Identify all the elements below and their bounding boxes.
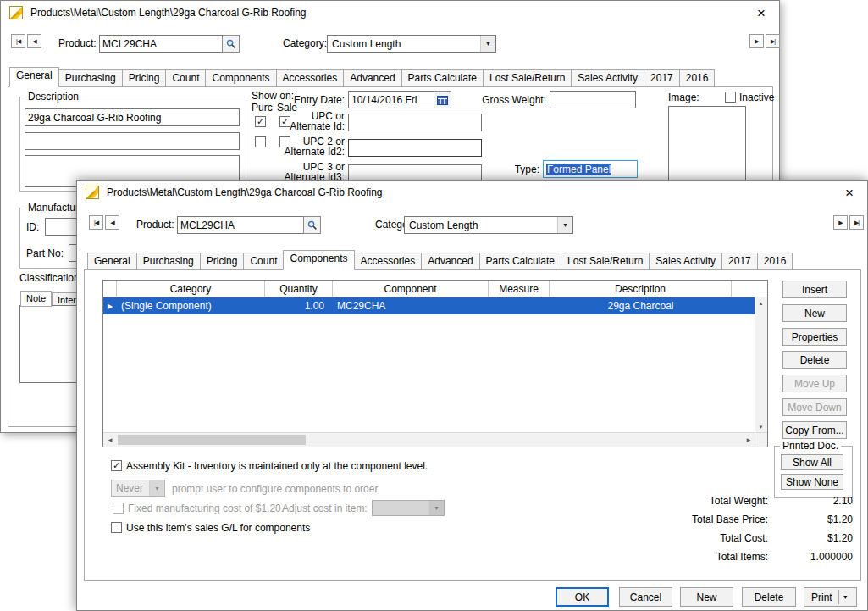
show-on-purc-label: Purc	[252, 102, 273, 114]
fixed-cost-checkbox[interactable]	[113, 503, 124, 514]
show-all-button[interactable]: Show All	[781, 454, 843, 470]
upc1-label: UPC or Alternate Id:	[280, 111, 345, 131]
scroll-up-icon[interactable]: ▲	[755, 297, 766, 309]
tab-pricing[interactable]: Pricing	[122, 69, 167, 87]
entry-date-input[interactable]	[348, 91, 434, 108]
product-search-button[interactable]	[222, 35, 240, 53]
print-split-divider	[838, 590, 839, 604]
product-search-button[interactable]	[303, 216, 321, 234]
tab-parts-calculate[interactable]: Parts Calculate	[479, 253, 561, 270]
nav-next-button[interactable]: ▶	[833, 215, 848, 230]
total-items-label: Total Items:	[636, 551, 768, 563]
tab-sales-activity[interactable]: Sales Activity	[649, 253, 722, 270]
type-input[interactable]: Formed Panel	[543, 160, 638, 178]
gross-weight-input[interactable]	[550, 91, 636, 108]
tab-pricing[interactable]: Pricing	[200, 253, 245, 270]
tab-2016[interactable]: 2016	[757, 253, 793, 270]
tab-parts-calculate[interactable]: Parts Calculate	[401, 69, 484, 87]
tab-2017[interactable]: 2017	[721, 253, 758, 270]
tab-purchasing[interactable]: Purchasing	[136, 253, 201, 270]
titlebar[interactable]: Products\Metal\Custom Length\29ga Charco…	[1, 1, 779, 25]
close-icon[interactable]: ×	[838, 182, 860, 203]
copy-from-button[interactable]: Copy From...	[782, 421, 847, 439]
nav-last-button[interactable]: ▶|	[766, 34, 780, 48]
scrollbar-thumb[interactable]	[118, 435, 306, 445]
close-icon[interactable]: ×	[750, 3, 772, 23]
new-button[interactable]: New	[680, 587, 733, 607]
tab-advanced[interactable]: Advanced	[343, 69, 401, 87]
cell-measure	[489, 297, 550, 314]
show-none-button[interactable]: Show None	[781, 474, 843, 490]
grid-row-selected[interactable]: ▶ (Single Component) 1.00 MC29CHA 29ga C…	[103, 297, 755, 314]
new-component-button[interactable]: New	[782, 304, 847, 322]
grid-header-category[interactable]: Category	[117, 281, 265, 297]
tab-accessories[interactable]: Accessories	[276, 69, 345, 87]
grid-header-description[interactable]: Description	[550, 281, 732, 297]
titlebar[interactable]: Products\Metal\Custom Length\29ga Charco…	[77, 181, 867, 204]
product-input[interactable]	[99, 35, 223, 53]
scroll-right-icon[interactable]: ▶	[742, 433, 755, 446]
description-line2-input[interactable]	[25, 132, 240, 150]
tab-lost-sale-return[interactable]: Lost Sale/Return	[483, 69, 572, 87]
grid-header-component[interactable]: Component	[333, 281, 489, 297]
tab-count[interactable]: Count	[165, 69, 206, 87]
tab-2017[interactable]: 2017	[644, 69, 680, 87]
product-input[interactable]	[177, 216, 304, 234]
move-up-button[interactable]: Move Up	[782, 375, 847, 392]
product-label: Product:	[58, 37, 97, 49]
insert-button[interactable]: Insert	[782, 281, 847, 298]
scroll-down-icon[interactable]: ▼	[755, 421, 766, 433]
chevron-down-icon: ▼	[557, 217, 572, 233]
nav-prev-button[interactable]: ◀	[27, 34, 41, 48]
tab-lost-sale-return[interactable]: Lost Sale/Return	[561, 253, 650, 270]
tab-sales-activity[interactable]: Sales Activity	[571, 69, 644, 87]
description-line1-input[interactable]	[25, 108, 240, 126]
move-down-button[interactable]: Move Down	[782, 398, 847, 416]
grid-vertical-scrollbar[interactable]: ▲ ▼	[755, 297, 767, 433]
delete-component-button[interactable]: Delete	[782, 351, 847, 369]
grid-header-quantity[interactable]: Quantity	[265, 281, 333, 297]
image-label: Image:	[668, 92, 699, 103]
sales-gl-checkbox[interactable]	[111, 522, 122, 533]
tab-advanced[interactable]: Advanced	[421, 253, 479, 270]
app-icon	[86, 186, 99, 199]
cancel-button[interactable]: Cancel	[619, 587, 672, 607]
nav-first-button[interactable]: |◀	[11, 34, 25, 48]
print-button[interactable]: Print ▼	[804, 587, 857, 607]
ok-button[interactable]: OK	[556, 587, 609, 607]
adjust-cost-dropdown[interactable]: ▼	[372, 500, 445, 516]
upc2-input[interactable]	[348, 139, 482, 157]
tab-components[interactable]: Components	[283, 250, 354, 270]
tab-2016[interactable]: 2016	[679, 69, 716, 87]
configure-dropdown[interactable]: Never ▼	[111, 480, 165, 497]
show-on-purc-row2-checkbox[interactable]	[255, 136, 266, 147]
delete-button[interactable]: Delete	[742, 587, 796, 607]
grid-header-row: Category Quantity Component Measure Desc…	[103, 281, 767, 297]
nav-last-button[interactable]: ▶|	[849, 215, 864, 230]
properties-button[interactable]: Properties	[782, 328, 847, 346]
note-tab[interactable]: Note	[20, 291, 52, 307]
category-value: Custom Length	[409, 219, 478, 231]
nav-prev-button[interactable]: ◀	[105, 215, 119, 230]
nav-next-button[interactable]: ▶	[749, 34, 764, 48]
nav-first-button[interactable]: |◀	[89, 215, 103, 230]
grid-header-measure[interactable]: Measure	[489, 281, 550, 297]
tab-general[interactable]: General	[87, 253, 137, 270]
calendar-button[interactable]	[434, 91, 451, 108]
upc1-input[interactable]	[348, 114, 482, 131]
tab-components[interactable]: Components	[205, 69, 276, 87]
tab-count[interactable]: Count	[243, 253, 284, 270]
product-label: Product:	[136, 219, 174, 231]
tab-accessories[interactable]: Accessories	[354, 253, 423, 270]
assembly-kit-checkbox[interactable]: ✓	[111, 460, 122, 471]
scroll-left-icon[interactable]: ◀	[103, 433, 117, 446]
grid-horizontal-scrollbar[interactable]: ◀ ▶	[103, 432, 755, 447]
tab-purchasing[interactable]: Purchasing	[58, 69, 123, 87]
category-dropdown[interactable]: Custom Length ▼	[327, 35, 496, 53]
tab-general[interactable]: General	[9, 67, 59, 87]
category-dropdown[interactable]: Custom Length ▼	[404, 216, 573, 234]
inactive-checkbox[interactable]	[725, 92, 736, 103]
show-on-purc-row1-checkbox[interactable]: ✓	[255, 116, 266, 127]
total-base-price-label: Total Base Price:	[636, 514, 768, 525]
chevron-down-icon[interactable]: ▼	[843, 594, 849, 600]
